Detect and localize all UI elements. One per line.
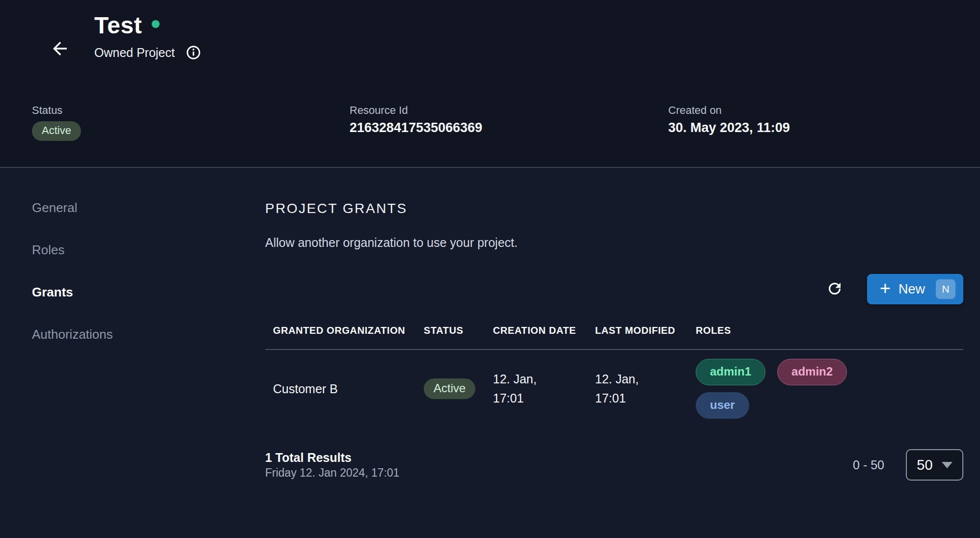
caret-down-icon [942,462,953,468]
arrow-left-icon [50,38,70,60]
results-timestamp: Friday 12. Jan 2024, 17:01 [265,465,400,480]
page-size-select[interactable]: 50 [906,449,963,481]
grants-table: GRANTED ORGANIZATION STATUS CREATION DAT… [265,304,963,429]
resource-id-label: Resource Id [350,103,408,118]
created-on-value: 30. May 2023, 11:09 [668,118,790,137]
table-footer: 1 Total Results Friday 12. Jan 2024, 17:… [265,449,963,481]
page-range: 0 - 50 [853,458,884,472]
results-summary: 1 Total Results Friday 12. Jan 2024, 17:… [265,450,400,480]
status-label: Status [32,103,62,118]
created-on-meta: Created on 30. May 2023, 11:09 [668,103,790,137]
section-title: PROJECT GRANTS [265,200,963,217]
sidebar-nav: General Roles Grants Authorizations [0,168,265,537]
cell-organization: Customer B [273,382,424,396]
grants-toolbar: + New N [265,274,963,304]
keyboard-shortcut-badge: N [936,279,955,299]
sidebar-item-grants[interactable]: Grants [32,285,265,299]
col-creation-date: CREATION DATE [493,325,595,336]
col-status: STATUS [424,325,493,336]
cell-status: Active [424,378,493,399]
creation-date-text: 12. Jan, 17:01 [493,370,552,408]
table-row[interactable]: Customer B Active 12. Jan, 17:01 12. Jan… [265,350,963,429]
total-results: 1 Total Results [265,450,400,465]
project-status-dot [152,20,160,28]
cell-roles: admin1 admin2 user [696,358,868,420]
page-title: Test [94,12,142,39]
cell-last-modified: 12. Jan, 17:01 [595,370,696,408]
col-granted-organization: GRANTED ORGANIZATION [273,325,424,336]
title-block: Test Owned Project [94,12,201,60]
grants-section: PROJECT GRANTS Allow another organizatio… [265,168,980,537]
role-chip-admin2: admin2 [777,359,847,385]
project-detail-page: Test Owned Project Status Active Resourc… [0,0,980,538]
role-chip-admin1: admin1 [696,359,765,385]
page-size-value: 50 [917,457,932,473]
cell-creation-date: 12. Jan, 17:01 [493,370,595,408]
page-header: Test Owned Project Status Active Resourc… [0,0,980,168]
status-badge: Active [32,121,81,141]
last-modified-text: 12. Jan, 17:01 [595,370,654,408]
body-row: General Roles Grants Authorizations PROJ… [0,168,980,537]
col-roles: ROLES [696,325,963,336]
created-on-label: Created on [668,103,722,118]
page-subtitle: Owned Project [94,46,175,60]
sidebar-item-roles[interactable]: Roles [32,242,265,257]
sidebar-item-authorizations[interactable]: Authorizations [32,327,265,342]
info-circle-icon[interactable] [186,45,201,60]
paginator: 0 - 50 50 [853,449,963,481]
resource-id-value: 216328417535066369 [350,118,482,137]
table-header-row: GRANTED ORGANIZATION STATUS CREATION DAT… [265,304,963,350]
back-button[interactable] [47,36,73,62]
row-status-badge: Active [424,378,475,399]
section-description: Allow another organization to use your p… [265,235,963,250]
sidebar-item-general[interactable]: General [32,200,265,215]
col-last-modified: LAST MODIFIED [595,325,696,336]
status-meta: Status Active [32,103,81,141]
plus-icon: + [880,279,891,297]
role-chip-user: user [696,392,749,419]
new-button-label: New [898,282,925,297]
refresh-icon [826,280,844,299]
new-grant-button[interactable]: + New N [867,274,963,304]
refresh-button[interactable] [823,277,846,302]
resource-id-meta: Resource Id 216328417535066369 [350,103,482,137]
